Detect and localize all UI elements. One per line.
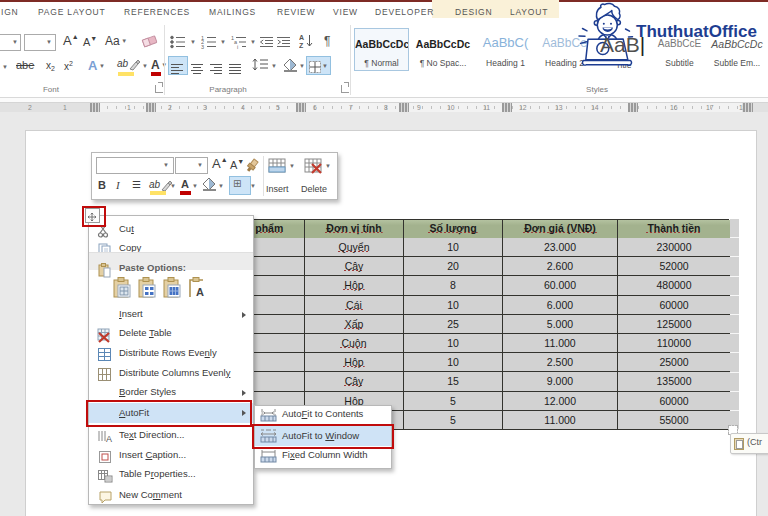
svg-text:A: A (106, 434, 112, 444)
svg-text:i: i (237, 44, 238, 50)
svg-text:A: A (299, 34, 304, 41)
svg-text:3: 3 (201, 44, 204, 50)
svg-text:Z: Z (299, 42, 304, 49)
svg-text:ThuthuatOffice: ThuthuatOffice (636, 22, 757, 41)
svg-text:A: A (196, 286, 204, 298)
